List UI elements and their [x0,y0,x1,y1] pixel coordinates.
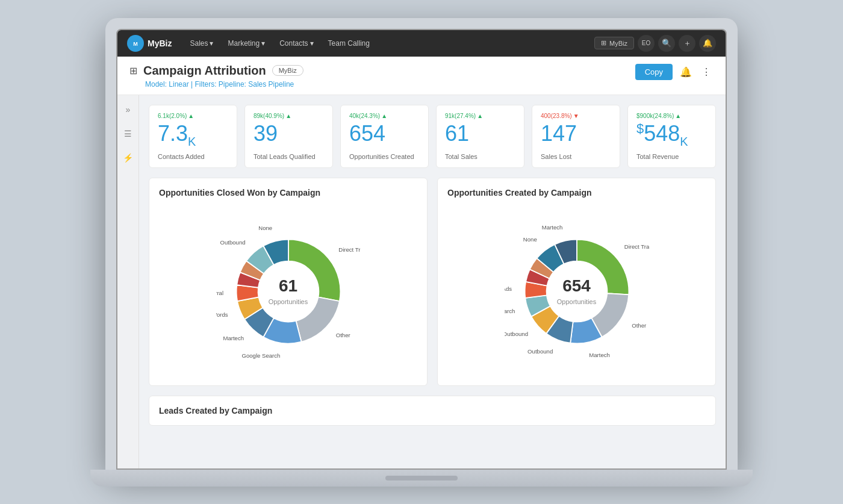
content-area: » ☰ ⚡ 6.1k(2.0%) ▲ 7.3 [117,95,726,468]
leads-card: Leads Created by Campaign [149,396,716,426]
svg-text:Google Search: Google Search [241,352,280,358]
svg-text:Direct Traffic: Direct Traffic [338,246,361,252]
navigation: M MyBiz Sales ▾ Marketing ▾ Conta [117,30,726,57]
nav-sales[interactable]: Sales ▾ [184,36,219,51]
metric-value-contacts: 7.3K [158,122,228,148]
page-title: Campaign Attribution [143,64,266,78]
chart-created: Opportunities Created by Campaign Direct… [437,178,716,386]
copy-button[interactable]: Copy [635,64,673,80]
metric-label-revenue: Total Revenue [636,153,707,160]
page-header: ⊞ Campaign Attribution MyBiz Model: Line… [117,57,726,95]
svg-text:Martech: Martech [223,335,244,341]
metric-change-contacts: 6.1k(2.0%) ▲ [158,113,228,119]
sidebar-filter-icon[interactable]: ⚡ [120,151,135,165]
metric-change-sales: 91k(27.4%) ▲ [445,113,515,119]
page-subtitle: Model: Linear | Filters: Pipeline: Sales… [145,80,303,89]
nav-team-calling[interactable]: Team Calling [322,36,376,51]
search-icon-btn[interactable]: 🔍 [658,35,675,52]
header-left: ⊞ Campaign Attribution MyBiz Model: Line… [129,64,303,89]
chart-closed-won: Opportunities Closed Won by Campaign Dir… [149,178,428,386]
metric-change-revenue: $900k(24.8%) ▲ [636,113,707,119]
metric-card-opps: 40k(24.3%) ▲ 654 Opportunities Created [340,105,429,168]
nav-menu: Sales ▾ Marketing ▾ Contacts ▾ Team Call… [184,36,594,51]
leads-title: Leads Created by Campaign [159,406,706,415]
sidebar-menu-icon[interactable]: ☰ [122,126,134,141]
nav-right: ⊞ MyBiz EO 🔍 ＋ 🔔 [594,35,716,52]
metric-card-contacts: 6.1k(2.0%) ▲ 7.3K Contacts Added [149,105,237,168]
chart1-title: Opportunities Closed Won by Campaign [159,188,417,198]
metric-change-leads: 89k(40.9%) ▲ [254,113,324,119]
metric-value-revenue: $548K [636,122,707,148]
metric-value-lost: 147 [541,122,611,146]
app-badge[interactable]: ⊞ MyBiz [594,37,634,49]
nav-contacts[interactable]: Contacts ▾ [273,36,319,51]
logo[interactable]: M MyBiz [127,35,172,52]
metric-value-sales: 61 [445,122,515,146]
svg-text:Outbound: Outbound [527,348,553,355]
svg-text:M: M [133,41,138,47]
nav-marketing[interactable]: Marketing ▾ [222,36,271,51]
user-avatar[interactable]: EO [638,35,655,52]
svg-text:Google Ads: Google Ads [505,285,512,292]
add-icon-btn[interactable]: ＋ [679,35,695,52]
chart2-donut: Direct TrafficOtherMartechOutboundBDR Ou… [447,207,706,376]
svg-text:Referral: Referral [216,290,223,296]
svg-text:Martech: Martech [589,351,610,358]
metric-label-contacts: Contacts Added [158,153,228,160]
metric-change-opps: 40k(24.3%) ▲ [349,113,420,119]
header-right: Copy 🔔 ⋮ [635,64,714,80]
metric-card-revenue: $900k(24.8%) ▲ $548K Total Revenue [627,105,716,168]
sidebar: » ☰ ⚡ [117,95,139,468]
logo-text: MyBiz [148,39,172,48]
svg-text:AdWords: AdWords [216,311,228,318]
svg-text:Direct Traffic: Direct Traffic [624,243,649,249]
title-row: ⊞ Campaign Attribution MyBiz [129,64,303,78]
bell-icon[interactable]: 🔔 [677,64,694,80]
metric-value-opps: 654 [349,122,420,146]
metric-card-leads: 89k(40.9%) ▲ 39 Total Leads Qualified [244,105,333,168]
svg-text:None: None [258,225,272,231]
svg-text:Google Search: Google Search [505,308,515,314]
metric-cards: 6.1k(2.0%) ▲ 7.3K Contacts Added 89k(40.… [149,105,716,168]
logo-icon: M [127,35,144,52]
metric-card-lost: 400(23.8%) ▼ 147 Sales Lost [532,105,620,168]
svg-text:Other: Other [632,322,647,329]
svg-text:BDR Outbound: BDR Outbound [505,331,528,337]
svg-text:Other: Other [335,332,350,338]
metric-change-lost: 400(23.8%) ▼ [541,113,611,119]
laptop-base [90,470,753,487]
metric-label-lost: Sales Lost [541,153,611,160]
chart1-donut: Direct TrafficOtherGoogle SearchMartechA… [159,207,417,376]
notification-icon-btn[interactable]: 🔔 [699,35,716,52]
svg-text:Outbound: Outbound [220,238,245,245]
sidebar-collapse-icon[interactable]: » [123,102,133,117]
filter-value: Pipeline: Sales Pipeline [219,80,294,89]
metric-value-leads: 39 [254,122,324,146]
chart2-title: Opportunities Created by Campaign [447,188,706,198]
model-value: Linear [169,80,188,89]
svg-text:Martech: Martech [541,224,562,231]
mybiz-badge[interactable]: MyBiz [272,65,303,76]
more-options-icon[interactable]: ⋮ [699,64,714,80]
metric-label-sales: Total Sales [445,153,515,160]
metric-card-sales: 91k(27.4%) ▲ 61 Total Sales [436,105,524,168]
grid-icon: ⊞ [129,65,137,76]
metric-label-opps: Opportunities Created [349,153,420,160]
charts-row: Opportunities Closed Won by Campaign Dir… [149,178,716,386]
dashboard: 6.1k(2.0%) ▲ 7.3K Contacts Added 89k(40.… [139,95,726,468]
svg-text:None: None [523,236,537,243]
metric-label-leads: Total Leads Qualified [254,153,324,160]
